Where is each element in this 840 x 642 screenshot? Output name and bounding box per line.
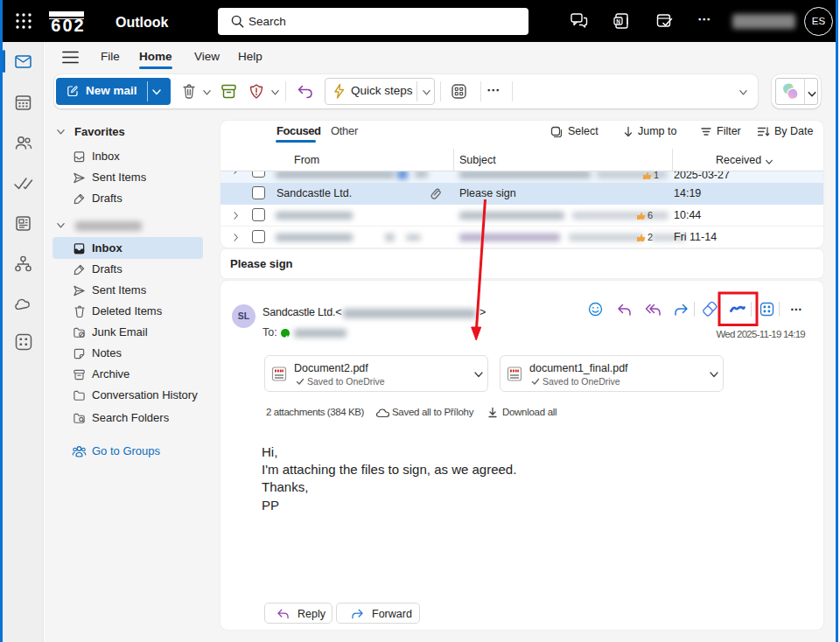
- svg-text:N: N: [616, 18, 620, 24]
